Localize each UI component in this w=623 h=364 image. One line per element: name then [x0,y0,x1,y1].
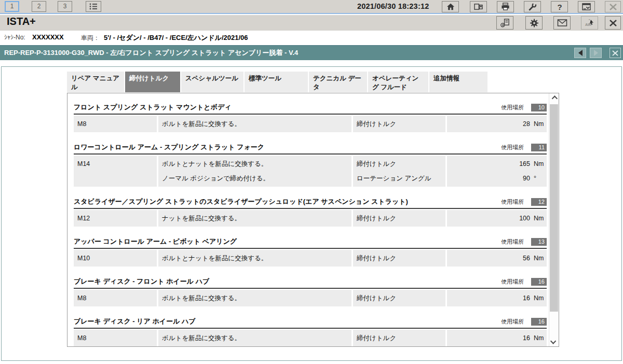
table-row: M8 ボルトを新品に交換する。 締付けトルク 16Nm [74,290,547,306]
report-transfer-button[interactable] [496,16,513,30]
note-text: ナットを新品に交換する。 [162,211,351,226]
help-icon: ? [556,3,563,11]
usage-location-label: 使用場所 [501,318,524,326]
section-title: スタビライザー／スプリング ストラットのスタビライザープッシュロッド(エア サス… [74,197,501,206]
datetime-display: 2021/06/30 18:23:12 [357,2,429,10]
chassis-number-value: XXXXXXX [32,33,64,41]
section-title: フロント スプリング ストラット マウントとボディ [74,103,501,112]
usage-location-label: 使用場所 [501,238,524,246]
spec-unit: Nm [530,117,544,131]
spec-unit: ° [530,171,544,186]
minimize-window-button[interactable] [578,1,595,12]
print-button[interactable] [497,1,514,12]
app-title: ISTA+ [7,16,36,27]
tab-tightening-torque[interactable]: 締付けトルク [125,72,180,92]
table-row: M8 ボルトを新品に交換する。 締付けトルク 28Nm [74,116,547,132]
usage-location-label: 使用場所 [501,104,524,111]
spec-name: 締付けトルク [357,251,445,265]
bolt-size: M8 [77,117,157,131]
vertical-scrollbar[interactable] [549,93,559,346]
messages-button[interactable] [553,16,571,30]
usage-location-label: 使用場所 [501,198,524,206]
session-list-button[interactable] [86,1,101,12]
torque-section: ロワーコントロール アーム - スプリング ストラット フォーク 使用場所 11… [74,143,547,187]
air-cursor-icon: AIR * [584,18,595,27]
usage-location-badge: 16 [531,318,547,326]
scrollbar-thumb[interactable] [550,104,558,312]
report-transfer-icon [500,18,510,28]
scroll-down-button[interactable] [549,336,559,346]
ista-application-window: { "chrome": { "workspace_buttons": ["1",… [0,0,623,364]
note-text: ボルトを新品に交換する。 [162,331,351,345]
section-title: アッパー コントロール アーム - ピボット ベアリング [74,237,501,246]
main-content-panel: リペア マニュアル 締付けトルク スペシャルツール 標準ツール テクニカル デー… [1,66,622,361]
spec-name: 締付けトルク [357,291,445,305]
spec-name: 締付けトルク [357,117,445,131]
bolt-size: M12 [77,211,157,226]
spec-unit: Nm [530,157,544,171]
tab-additional-info[interactable]: 追加情報 [429,72,487,92]
vehicle-description-value: 5'/ - /セダン/ - /B47/ - /ECE/左ハンドル/2021/06 [104,33,248,43]
spec-value: 100 [451,211,530,226]
help-button[interactable]: ? [551,1,568,12]
home-button[interactable] [442,1,459,12]
document-title-bar: REP-REP-P-3131000-G30_RWD - 左/右フロント スプリン… [0,45,623,60]
bolt-size: M14 [77,157,157,171]
note-text: ボルトを新品に交換する。 [162,291,351,305]
spec-value: 90 [451,171,530,186]
usage-location-badge: 13 [531,238,547,246]
air-remote-button[interactable]: AIR * [581,16,598,30]
close-icon [612,50,619,57]
chassis-number-label: ｼｬｼ-No: [4,34,25,41]
window-minimize-icon [581,3,591,11]
close-icon [609,19,617,27]
close-document-button[interactable] [610,48,621,58]
workspace-button-3[interactable]: 3 [58,1,72,12]
views-button[interactable] [470,1,487,12]
note-text: ボルトとナットを新品に交換する。 [162,157,351,171]
scroll-up-button[interactable] [549,93,559,104]
spec-value: 28 [451,117,530,131]
spec-unit: Nm [530,291,544,305]
forward-button[interactable] [590,48,602,58]
torque-section: ブレーキ ディスク - フロント ホイール ハブ 使用場所 16 M8 ボルトを… [74,277,547,306]
tab-bar: リペア マニュアル 締付けトルク スペシャルツール 標準ツール テクニカル デー… [67,72,487,92]
vehicle-info-bar: ｼｬｼ-No: XXXXXXX 車両： 5'/ - /セダン/ - /B47/ … [0,31,623,45]
top-toolbar: 1 2 3 2021/06/30 18:23:12 [0,0,623,14]
scroll-down-icon [550,338,556,344]
app-title-bar: ISTA+ AIR [0,15,623,31]
section-title: ブレーキ ディスク - フロント ホイール ハブ [74,277,501,286]
home-icon [446,3,455,11]
tab-operating-fluids[interactable]: オペレーティング フルード [368,72,428,92]
spec-value: 165 [451,157,530,171]
table-row: M10 ボルトとナットを新品に交換する。 締付けトルク 56Nm [74,250,547,267]
bolt-size: M10 [77,251,157,265]
gear-icon [529,18,539,28]
close-app-button[interactable] [605,1,621,12]
section-title: ブレーキ ディスク - リア ホイール ハブ [74,317,501,326]
workspace-button-1[interactable]: 1 [5,1,19,12]
spec-name: ローテーション アングル [357,171,445,186]
tab-technical-data[interactable]: テクニカル データ [309,72,367,92]
usage-location-badge: 16 [531,278,547,286]
tab-repair-manual[interactable]: リペア マニュアル [67,72,124,92]
workspace-button-2[interactable]: 2 [32,1,46,12]
forward-icon [594,50,598,56]
section-title: ロワーコントロール アーム - スプリング ストラット フォーク [74,143,501,152]
settings-button[interactable] [525,16,543,30]
note-text: ボルトを新品に交換する。 [162,117,351,131]
spec-unit: Nm [530,211,544,226]
close-session-button[interactable] [605,16,621,30]
spec-name: 締付けトルク [357,331,445,345]
table-row: M12 ナットを新品に交換する。 締付けトルク 100Nm [74,210,547,227]
list-icon [89,3,98,10]
table-row: M14 ボルトとナットを新品に交換する。 ノーマル ポジションで締め付ける。 締… [74,156,547,187]
settings-tools-button[interactable] [524,1,541,12]
table-row: M8 ボルトを新品に交換する。 締付けトルク 16Nm [74,330,547,346]
vehicle-label: 車両： [81,34,100,43]
spec-name: 締付けトルク [357,211,445,226]
back-button[interactable] [574,48,586,58]
tab-standard-tools[interactable]: 標準ツール [245,72,308,92]
torque-table-container: フロント スプリング ストラット マウントとボディ 使用場所 10 M8 ボルト… [67,93,559,347]
tab-special-tools[interactable]: スペシャルツール [181,72,243,92]
